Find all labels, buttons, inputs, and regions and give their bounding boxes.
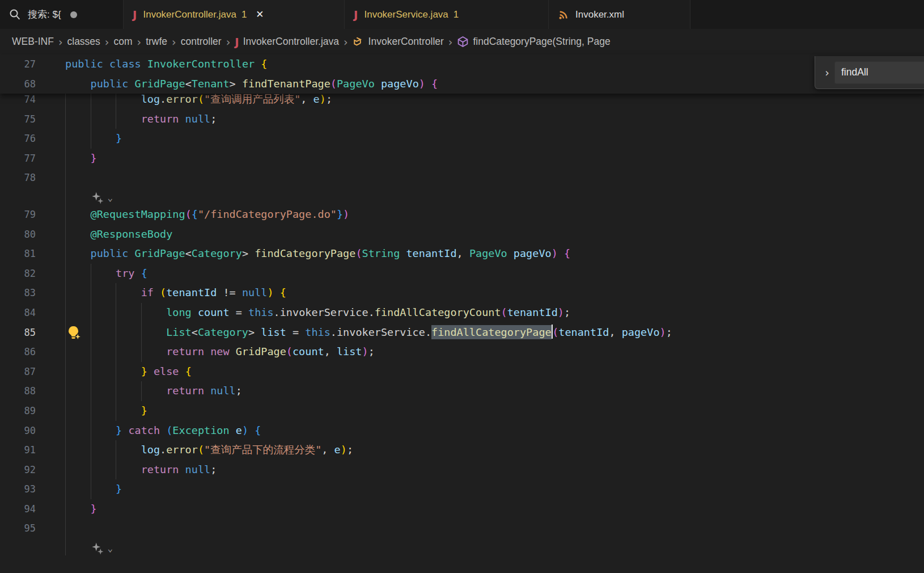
code-line[interactable]: 85List<Category> list = this.invokerServ… — [0, 323, 924, 343]
line-number[interactable]: 77 — [0, 149, 36, 168]
code-line[interactable]: 77} — [0, 149, 924, 168]
code-token: list — [261, 326, 286, 338]
line-number[interactable]: 81 — [0, 244, 36, 264]
line-number[interactable]: 68 — [0, 74, 36, 94]
code-token — [128, 78, 134, 90]
breadcrumb-item-classes[interactable]: classes — [67, 36, 100, 48]
find-replace-toggle[interactable]: › — [820, 66, 834, 79]
ai-sparkle-widget[interactable]: ⌄ — [91, 189, 113, 207]
line-number[interactable]: 79 — [0, 205, 36, 225]
code-token: ) — [362, 346, 368, 357]
line-number[interactable]: 86 — [0, 342, 36, 362]
code-token — [558, 247, 564, 259]
code-line[interactable]: 89} — [0, 401, 924, 421]
code-line[interactable]: 75return null; — [0, 109, 924, 129]
code-line[interactable]: 92return null; — [0, 460, 924, 480]
line-number[interactable]: 76 — [0, 129, 36, 149]
code-token: } — [116, 483, 122, 495]
find-input[interactable] — [834, 61, 924, 84]
code-line[interactable]: 88return null; — [0, 381, 924, 401]
code-token: InvokerController — [147, 58, 255, 70]
breadcrumb-label: trwfe — [146, 36, 167, 48]
code-token: .invokerService. — [274, 306, 375, 318]
code-line[interactable]: 86return new GridPage(count, list); — [0, 342, 924, 362]
code-token: try — [116, 267, 134, 279]
line-number[interactable]: 85 — [0, 323, 36, 343]
code-token: pageVo — [381, 78, 419, 90]
find-widget: › — [815, 56, 924, 89]
close-icon[interactable]: ✕ — [256, 10, 264, 19]
code-token: ) — [558, 306, 564, 318]
code-line[interactable]: 27public class InvokerController { — [0, 54, 924, 74]
code-token: = — [230, 306, 248, 318]
code-line[interactable]: 95 — [0, 519, 924, 538]
code-line[interactable]: 78 — [0, 168, 924, 188]
breadcrumb-item-trwfe[interactable]: trwfe — [146, 36, 167, 48]
code-token — [230, 424, 236, 436]
indent-guide — [91, 303, 116, 323]
code-token — [248, 247, 255, 259]
code-line[interactable]: 76} — [0, 129, 924, 149]
code-line[interactable]: 81public GridPage<Category> findCategory… — [0, 244, 924, 264]
breadcrumb-item-com[interactable]: com — [113, 36, 132, 48]
code-token — [230, 346, 236, 357]
code-line[interactable]: 80@ResponseBody — [0, 225, 924, 245]
code-line[interactable]: 79@RequestMapping({"/findCategoryPage.do… — [0, 205, 924, 225]
code-line[interactable]: 91log.error("查询产品下的流程分类", e); — [0, 440, 924, 460]
code-token — [154, 286, 160, 298]
sticky-scroll[interactable]: 27public class InvokerController {68 pub… — [0, 54, 924, 94]
line-number[interactable]: 27 — [0, 54, 36, 74]
line-number[interactable]: 88 — [0, 381, 36, 401]
indent-guide — [65, 244, 91, 264]
line-number[interactable]: 80 — [0, 225, 36, 245]
breadcrumb-label: controller — [181, 36, 222, 48]
breadcrumb-item-web-inf[interactable]: WEB-INF — [12, 36, 54, 48]
tab-invokerservice-java[interactable]: JInvokerService.java1 — [345, 0, 549, 29]
line-number[interactable]: 92 — [0, 460, 36, 480]
line-number[interactable]: 91 — [0, 440, 36, 460]
line-number[interactable]: 95 — [0, 519, 36, 538]
ai-sparkle-widget[interactable]: ⌄ — [91, 540, 113, 557]
code-token: ) — [552, 247, 558, 259]
indent-guide — [65, 519, 91, 538]
code-token: } — [141, 405, 147, 416]
code-token: > — [248, 326, 255, 338]
line-number[interactable]: 90 — [0, 421, 36, 441]
code-token: list — [337, 346, 362, 357]
code-line[interactable]: 93} — [0, 479, 924, 499]
modified-dot[interactable] — [70, 11, 77, 18]
tab-invoker-xml[interactable]: Invoker.xml — [549, 0, 690, 29]
code-line[interactable]: 94} — [0, 499, 924, 519]
breadcrumb-item-invokercontroller-java[interactable]: JInvokerController.java — [235, 36, 339, 48]
code-line[interactable]: 90} catch (Exception e) { — [0, 421, 924, 441]
line-number[interactable]: 84 — [0, 303, 36, 323]
tab-invokercontroller-java[interactable]: JInvokerController.java1✕ — [124, 0, 345, 29]
code-line[interactable]: 84long count = this.invokerService.findA… — [0, 303, 924, 323]
tab-label: Invoker.xml — [575, 9, 624, 20]
breadcrumb-item-invokercontroller[interactable]: InvokerController — [353, 36, 444, 48]
breadcrumb-separator: › — [100, 36, 114, 48]
code-line[interactable]: 68 public GridPage<Tenant> findTenantPag… — [0, 74, 924, 94]
line-number[interactable]: 78 — [0, 168, 36, 188]
code-token: != — [217, 286, 242, 298]
code-token: e — [236, 424, 242, 436]
line-number[interactable]: 94 — [0, 499, 36, 519]
breadcrumb-item-controller[interactable]: controller — [181, 36, 222, 48]
code-line[interactable]: 82try { — [0, 264, 924, 284]
indent-guide — [65, 479, 91, 499]
search-editor-tab[interactable]: 搜索: ${ — [0, 0, 124, 29]
code-token: tenantId — [507, 306, 558, 318]
code-token — [248, 424, 255, 436]
line-number[interactable]: 87 — [0, 362, 36, 382]
code-line[interactable]: 87} else { — [0, 362, 924, 382]
code-token: < — [192, 326, 198, 338]
breadcrumb-item-findcategorypage-string-page[interactable]: findCategoryPage(String, Page — [457, 36, 610, 48]
line-number[interactable]: 93 — [0, 479, 36, 499]
line-number[interactable]: 83 — [0, 283, 36, 303]
line-number[interactable]: 82 — [0, 264, 36, 284]
code-line[interactable]: 83if (tenantId != null) { — [0, 283, 924, 303]
code-token: ; — [210, 113, 217, 125]
code-token: this — [305, 326, 330, 338]
line-number[interactable]: 89 — [0, 401, 36, 421]
line-number[interactable]: 75 — [0, 109, 36, 129]
